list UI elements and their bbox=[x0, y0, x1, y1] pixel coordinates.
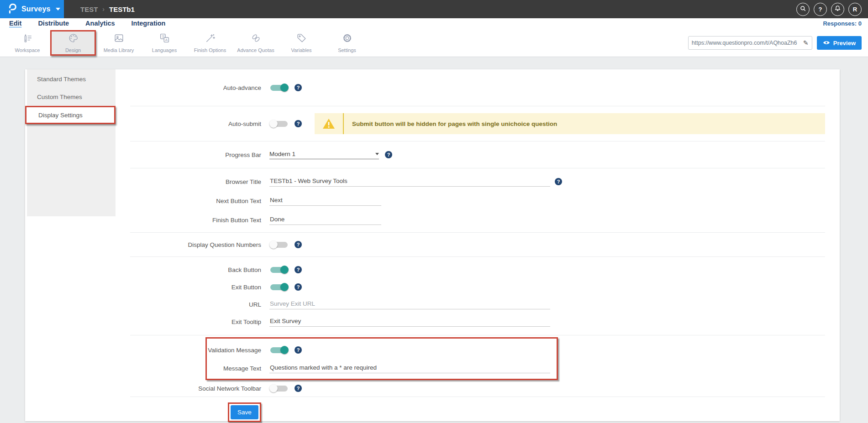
display-question-numbers-row: Display Question Numbers ? bbox=[116, 233, 825, 256]
browser-title-label: Browser Title bbox=[116, 178, 269, 185]
variables-icon bbox=[296, 32, 307, 46]
nav-tabbar: Edit Distribute Analytics Integration Re… bbox=[0, 18, 868, 29]
preview-button[interactable]: Preview bbox=[817, 36, 862, 50]
back-button-label: Back Button bbox=[116, 266, 269, 273]
auto-advance-toggle[interactable] bbox=[269, 84, 289, 92]
browser-title-input[interactable] bbox=[269, 177, 550, 187]
toolbar-item-languages[interactable]: 文A Languages bbox=[142, 30, 187, 56]
browser-title-row: Browser Title ? bbox=[116, 172, 825, 191]
help-icon[interactable]: ? bbox=[385, 151, 392, 158]
display-question-numbers-toggle[interactable] bbox=[269, 240, 289, 249]
toolbar-item-finish-options[interactable]: Finish Options bbox=[187, 30, 233, 56]
workspace-icon bbox=[22, 32, 33, 46]
finish-options-icon bbox=[205, 32, 216, 46]
progress-bar-select[interactable]: Modern 1 bbox=[269, 151, 379, 159]
exit-url-input[interactable] bbox=[269, 299, 550, 309]
toolbar-item-workspace[interactable]: Workspace bbox=[5, 30, 50, 56]
save-annotation-box: Save bbox=[228, 402, 261, 422]
toolbar-item-variables[interactable]: Variables bbox=[279, 30, 324, 56]
surveys-menu[interactable]: Surveys bbox=[0, 0, 64, 18]
sidebar-item-custom-themes[interactable]: Custom Themes bbox=[27, 88, 116, 106]
topbar-actions: ? R bbox=[796, 0, 868, 18]
help-button[interactable]: ? bbox=[814, 3, 827, 16]
responses-count[interactable]: Responses: 0 bbox=[823, 20, 862, 27]
help-icon[interactable]: ? bbox=[555, 178, 562, 185]
help-icon[interactable]: ? bbox=[295, 266, 302, 273]
languages-icon: 文A bbox=[159, 32, 170, 46]
top-bar: Surveys TEST › TESTb1 ? R bbox=[0, 0, 868, 18]
display-settings-form: Auto-advance ? Auto-submit ? Submit butt… bbox=[116, 69, 840, 421]
exit-button-label: Exit Button bbox=[116, 284, 269, 291]
exit-button-toggle[interactable] bbox=[269, 283, 289, 291]
tab-distribute[interactable]: Distribute bbox=[38, 20, 69, 28]
message-text-input[interactable] bbox=[269, 363, 550, 373]
edit-toolbar: Workspace Design Media Library 文A Langua… bbox=[0, 29, 868, 57]
avatar-initial: R bbox=[853, 6, 857, 13]
chevron-down-icon bbox=[375, 153, 379, 155]
help-icon[interactable]: ? bbox=[295, 84, 302, 91]
exit-url-label: URL bbox=[116, 301, 269, 308]
back-button-toggle[interactable] bbox=[269, 266, 289, 274]
notifications-button[interactable] bbox=[831, 3, 844, 16]
exit-url-row: URL bbox=[116, 296, 825, 313]
auto-advance-row: Auto-advance ? bbox=[116, 69, 825, 106]
next-button-text-row: Next Button Text bbox=[116, 191, 825, 210]
settings-icon bbox=[342, 32, 353, 46]
warning-icon bbox=[315, 118, 343, 130]
exit-button-row: Exit Button ? bbox=[116, 278, 825, 296]
save-button[interactable]: Save bbox=[231, 405, 258, 419]
finish-button-text-input[interactable] bbox=[269, 215, 381, 225]
finish-button-text-row: Finish Button Text bbox=[116, 210, 825, 230]
toolbar-item-advance-quotas[interactable]: Advance Quotas bbox=[233, 30, 279, 56]
avatar[interactable]: R bbox=[848, 3, 862, 16]
toolbar-item-settings[interactable]: Settings bbox=[324, 30, 370, 56]
auto-submit-toggle[interactable] bbox=[269, 120, 289, 128]
social-network-toolbar-toggle[interactable] bbox=[269, 384, 289, 392]
survey-url-box: https://www.questionpro.com/t/AQhoaZh6 ✎ bbox=[688, 36, 812, 50]
validation-section: Validation Message ? Message Text bbox=[116, 335, 825, 380]
design-panel: Standard Themes Custom Themes Display Se… bbox=[25, 69, 840, 421]
tab-integration[interactable]: Integration bbox=[132, 20, 166, 28]
progress-bar-label: Progress Bar bbox=[116, 151, 269, 158]
validation-message-toggle[interactable] bbox=[269, 346, 289, 354]
auto-submit-warning: Submit button will be hidden for pages w… bbox=[315, 113, 825, 134]
message-text-row: Message Text bbox=[116, 359, 825, 377]
breadcrumb: TEST › TESTb1 bbox=[64, 0, 796, 18]
exit-tooltip-input[interactable] bbox=[269, 317, 550, 327]
breadcrumb-current: TESTb1 bbox=[109, 5, 135, 13]
next-button-text-input[interactable] bbox=[269, 196, 381, 206]
finish-button-text-label: Finish Button Text bbox=[116, 217, 269, 224]
toolbar-item-media-library[interactable]: Media Library bbox=[96, 30, 142, 56]
survey-url[interactable]: https://www.questionpro.com/t/AQhoaZh6 bbox=[692, 40, 801, 46]
validation-message-label: Validation Message bbox=[116, 347, 269, 354]
warning-text: Submit button will be hidden for pages w… bbox=[344, 120, 557, 127]
bell-icon bbox=[834, 5, 841, 13]
auto-submit-row: Auto-submit ? Submit button will be hidd… bbox=[116, 106, 825, 141]
exit-tooltip-label: Exit Tooltip bbox=[116, 319, 269, 325]
validation-message-row: Validation Message ? bbox=[116, 341, 825, 359]
chevron-down-icon bbox=[56, 8, 60, 10]
search-button[interactable] bbox=[796, 3, 810, 16]
breadcrumb-separator: › bbox=[102, 5, 105, 13]
sidebar-item-standard-themes[interactable]: Standard Themes bbox=[27, 70, 116, 88]
help-icon[interactable]: ? bbox=[295, 120, 302, 127]
advance-quotas-icon bbox=[250, 32, 262, 46]
tab-edit[interactable]: Edit bbox=[9, 20, 21, 28]
back-button-row: Back Button ? bbox=[116, 261, 825, 278]
media-library-icon bbox=[113, 32, 125, 46]
sidebar-item-display-settings[interactable]: Display Settings bbox=[25, 106, 116, 124]
help-icon[interactable]: ? bbox=[295, 385, 302, 392]
eye-icon bbox=[823, 40, 830, 47]
toolbar-item-design[interactable]: Design bbox=[50, 30, 96, 56]
auto-submit-label: Auto-submit bbox=[116, 120, 269, 127]
design-icon bbox=[68, 32, 79, 46]
edit-url-icon[interactable]: ✎ bbox=[803, 39, 809, 47]
svg-text:A: A bbox=[165, 38, 168, 42]
breadcrumb-parent[interactable]: TEST bbox=[80, 5, 98, 13]
tab-analytics[interactable]: Analytics bbox=[85, 20, 115, 28]
help-icon[interactable]: ? bbox=[295, 346, 302, 354]
help-icon[interactable]: ? bbox=[295, 241, 302, 248]
help-icon[interactable]: ? bbox=[295, 283, 302, 291]
exit-tooltip-row: Exit Tooltip bbox=[116, 313, 825, 330]
design-sidebar: Standard Themes Custom Themes Display Se… bbox=[27, 69, 116, 216]
